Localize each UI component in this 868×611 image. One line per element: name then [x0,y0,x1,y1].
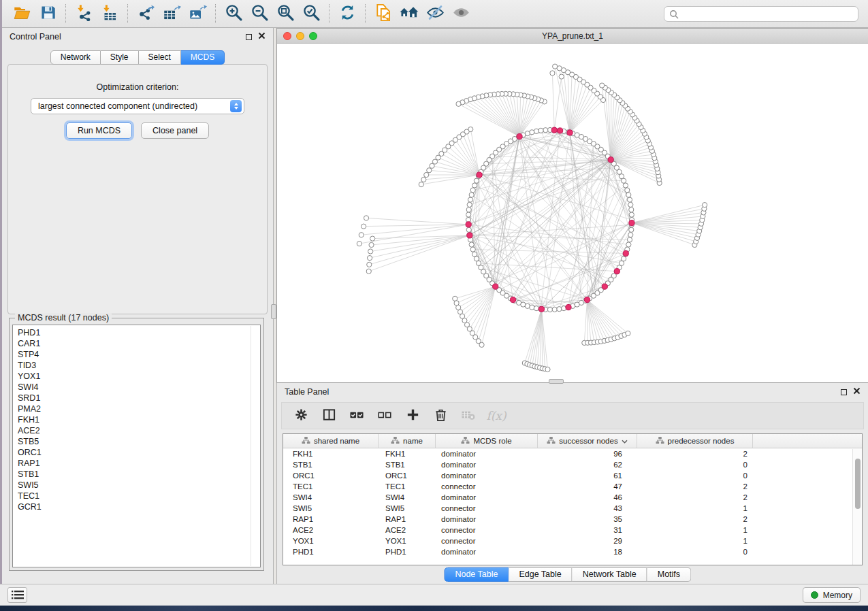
deselect-all-button[interactable] [376,408,393,424]
table-row[interactable]: ORC1ORC1dominator610 [283,470,862,481]
delete-rows-button[interactable] [432,408,449,424]
column-header[interactable]: MCDS role [436,434,538,448]
import-network-button[interactable] [71,3,97,24]
export-table-button[interactable] [159,3,184,24]
table-row[interactable]: TEC1TEC1connector472 [283,481,862,492]
mcds-result-item[interactable]: STP4 [18,349,260,360]
export-image-button[interactable] [184,3,210,24]
table-row[interactable]: SWI5SWI5connector431 [283,503,862,514]
tab-select[interactable]: Select [139,50,181,65]
mcds-result-item[interactable]: SRD1 [18,393,260,403]
tab-node-table[interactable]: Node Table [444,567,509,582]
table-row[interactable]: SWI4SWI4dominator462 [283,492,862,503]
mcds-result-item[interactable]: FKH1 [18,414,260,425]
mcds-result-item[interactable]: ACE2 [18,425,260,436]
table-cell: 35 [538,515,637,523]
table-cell: 31 [538,526,637,534]
table-cell: 2 [637,493,753,501]
mcds-result-item[interactable]: CAR1 [18,338,260,349]
column-header[interactable]: name [379,434,436,448]
table-cell: SWI4 [283,493,379,501]
horizontal-splitter-handle[interactable] [549,379,564,384]
table-row[interactable]: RAP1RAP1dominator352 [283,514,862,525]
minimize-window-icon[interactable] [296,32,304,40]
split-columns-icon [322,408,336,425]
add-row-icon [406,408,420,425]
import-table-button[interactable] [97,3,123,24]
close-panel-button[interactable]: Close panel [141,122,209,139]
network-graph[interactable] [277,44,867,382]
float-panel-icon[interactable] [246,34,252,40]
deselect-all-icon [376,408,393,425]
export-network-button[interactable] [133,3,159,24]
zoom-selected-button[interactable] [298,3,324,24]
table-row[interactable]: ACE2ACE2connector311 [283,525,862,535]
memory-button[interactable]: Memory [803,587,861,603]
tab-network-table[interactable]: Network Table [573,567,647,582]
mcds-result-item[interactable]: RAP1 [18,458,260,469]
table-cell: dominator [436,450,538,458]
column-header[interactable]: predecessor nodes [637,434,753,448]
settings-gear-button[interactable] [293,408,309,424]
zoom-out-button[interactable] [246,3,272,24]
save-session-button[interactable] [35,3,61,24]
zoom-in-button[interactable] [221,3,246,24]
add-row-button[interactable] [404,408,421,424]
table-cell: connector [436,526,538,534]
split-columns-button[interactable] [321,408,337,424]
zoom-fit-button[interactable] [272,3,298,24]
select-all-button[interactable] [349,408,365,424]
mcds-result-item[interactable]: STB1 [18,469,260,480]
mcds-result-item[interactable]: SWI4 [18,382,260,393]
mcds-result-item[interactable]: SWI5 [18,480,260,491]
search-input[interactable] [664,6,858,22]
tab-motifs[interactable]: Motifs [647,567,691,582]
mcds-result-item[interactable]: TID3 [18,360,260,371]
table-cell: 96 [538,450,637,458]
criterion-select[interactable]: largest connected component (undirected) [31,98,244,114]
mcds-result-item[interactable]: GCR1 [18,501,260,512]
tab-edge-table[interactable]: Edge Table [509,567,572,582]
tab-style[interactable]: Style [101,50,139,65]
eye-hide-button[interactable] [422,3,448,24]
column-header[interactable]: shared name [283,434,379,448]
table-row[interactable]: FKH1FKH1dominator962 [283,448,862,459]
column-type-icon [391,436,400,446]
network-window-titlebar[interactable]: YPA_prune.txt_1 [277,29,868,44]
mcds-result-item[interactable]: PMA2 [18,403,260,414]
task-history-button[interactable] [7,587,27,603]
eye-show-button[interactable] [448,3,474,24]
tab-mcds[interactable]: MCDS [181,50,225,65]
table-cell: 47 [538,482,637,491]
close-table-panel-icon[interactable] [853,387,861,397]
close-panel-icon[interactable] [258,32,266,42]
open-file-button[interactable] [9,3,35,24]
tab-network[interactable]: Network [50,50,101,65]
table-row[interactable]: PHD1PHD1dominator180 [283,546,862,557]
mcds-result-item[interactable]: YOX1 [18,371,260,382]
table-row[interactable]: YOX1YOX1connector291 [283,535,862,546]
list-scrollbar-track[interactable] [251,326,251,566]
close-window-icon[interactable] [283,32,291,40]
column-header-filler [753,434,862,448]
copy-network-button[interactable] [370,3,396,24]
maximize-window-icon[interactable] [309,32,317,40]
vertical-splitter-handle[interactable] [271,304,276,319]
table-scrollbar-track[interactable] [852,449,862,565]
mcds-result-item[interactable]: TEC1 [18,491,260,501]
table-header-row: shared namenameMCDS rolesuccessor nodesp… [283,434,862,448]
column-header[interactable]: successor nodes [538,434,637,448]
network-canvas[interactable] [277,44,868,382]
mcds-result-item[interactable]: STB5 [18,436,260,447]
mcds-result-list[interactable]: PHD1CAR1STP4TID3YOX1SWI4SRD1PMA2FKH1ACE2… [12,325,261,567]
table-cell: dominator [436,493,538,501]
table-scrollbar-thumb[interactable] [855,459,861,509]
refresh-button[interactable] [334,3,360,24]
run-mcds-button[interactable]: Run MCDS [66,122,132,139]
float-table-panel-icon[interactable] [841,389,847,395]
houses-button[interactable] [396,3,422,24]
table-row[interactable]: STB1STB1dominator620 [283,459,862,470]
mcds-result-item[interactable]: PHD1 [18,327,260,338]
table-panel: Table Panel f(x) shared namenameMCDS rol… [276,383,868,584]
mcds-result-item[interactable]: ORC1 [18,447,260,458]
